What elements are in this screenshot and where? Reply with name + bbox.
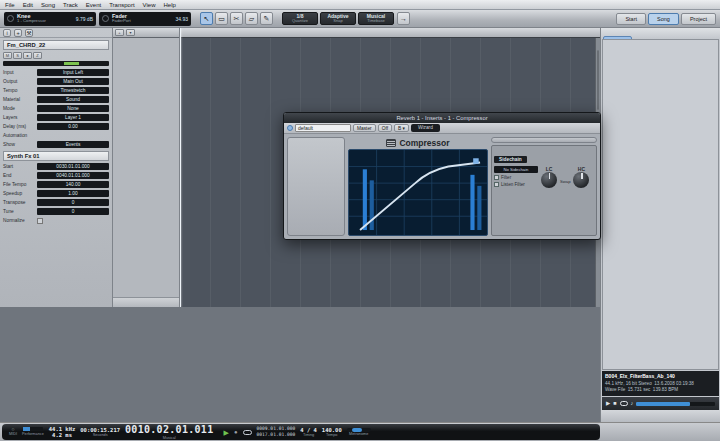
field-value[interactable]: Timestretch: [37, 87, 109, 94]
field-value[interactable]: 0.00: [37, 123, 109, 130]
plugin-title-bar[interactable]: Reverb 1 - Inserts - 1 - Compressor: [284, 113, 600, 123]
loop-start-display[interactable]: 0009.01.01.000: [257, 427, 296, 432]
normalize-checkbox[interactable]: [37, 218, 43, 224]
browser-panel: Sounds B004_Elx_FilterBass_Ab_140 44.1 k…: [600, 28, 720, 422]
field-value[interactable]: 0040.01.01.000: [37, 172, 109, 179]
track-inspector: i+⚒ Fm_CHRD_22 M S ● Z InputInput LeftOu…: [0, 28, 113, 307]
lc-knob[interactable]: [541, 172, 557, 188]
field-value[interactable]: 0030.01.01.000: [37, 163, 109, 170]
show-label: Show: [3, 142, 35, 147]
filter-checkbox[interactable]: [494, 175, 499, 180]
menu-help[interactable]: Help: [164, 2, 176, 8]
field-label: Speedup: [3, 191, 35, 196]
field-value[interactable]: 140.00: [37, 181, 109, 188]
loop-button[interactable]: [243, 430, 252, 435]
field-label: Delay (ms): [3, 124, 35, 129]
menu-view[interactable]: View: [143, 2, 156, 8]
show-value-select[interactable]: Events: [37, 141, 109, 148]
plugin-left-panel: [287, 137, 345, 236]
param-display-knee[interactable]: Knee1 - Compressor9.79 dB: [4, 12, 96, 26]
menu-file[interactable]: File: [5, 2, 15, 8]
preview-stop-icon[interactable]: ■: [613, 401, 616, 407]
inspector-icon-2[interactable]: ⚒: [25, 29, 33, 37]
field-label: Tempo: [3, 88, 35, 93]
timeline-ruler[interactable]: [180, 28, 600, 38]
field-value[interactable]: 0: [37, 199, 109, 206]
field-value[interactable]: Layer 1: [37, 114, 109, 121]
preview-play-icon[interactable]: ▶: [606, 401, 610, 407]
mute-button[interactable]: M: [3, 52, 12, 59]
workspace-project-button[interactable]: Project: [681, 13, 716, 25]
listen-filter-checkbox[interactable]: [494, 182, 499, 187]
inspector-icon-0[interactable]: i: [3, 29, 11, 37]
field-value[interactable]: 1.00: [37, 190, 109, 197]
field-mode: ModeNone: [0, 104, 112, 113]
inspector-icon-1[interactable]: +: [14, 29, 22, 37]
eraser-tool[interactable]: ▱: [245, 12, 258, 25]
field-label: End: [3, 173, 35, 178]
knob-icon: [102, 15, 109, 22]
split-tool[interactable]: ✂: [230, 12, 243, 25]
quantize-button[interactable]: 1/8Quantize: [282, 12, 318, 25]
inspector-level-meter: [3, 61, 109, 66]
time-musical-display[interactable]: 0010.02.01.011: [125, 424, 214, 436]
arrow-right-button[interactable]: →: [397, 12, 410, 25]
field-label: Output: [3, 79, 35, 84]
hc-knob[interactable]: [573, 172, 589, 188]
plugin-event-button[interactable]: Wizard: [411, 124, 440, 132]
monitor-button[interactable]: Z: [33, 52, 42, 59]
compressor-transfer-graph: [348, 149, 488, 236]
workspace-song-button[interactable]: Song: [648, 13, 679, 25]
field-end: End0040.01.01.000: [0, 171, 112, 180]
field-value[interactable]: Input Left: [37, 69, 109, 76]
menu-edit[interactable]: Edit: [23, 2, 33, 8]
preview-progress-bar[interactable]: [636, 402, 715, 406]
plugin-master-button[interactable]: Master: [353, 124, 376, 132]
track-rows: [113, 38, 179, 297]
performance-meter: [23, 427, 43, 431]
plugin-activate-icon[interactable]: [287, 125, 293, 131]
range-tool[interactable]: ▭: [215, 12, 228, 25]
workspace-start-button[interactable]: Start: [616, 13, 646, 25]
record-arm-button[interactable]: ●: [23, 52, 32, 59]
metronome-volume-slider[interactable]: [347, 428, 371, 432]
menu-event[interactable]: Event: [86, 2, 101, 8]
play-button[interactable]: ▶: [224, 429, 229, 436]
param-display-fader[interactable]: FaderFaderPort34.93: [99, 12, 191, 26]
track-list-header: + ▾: [113, 28, 179, 38]
paint-tool[interactable]: ✎: [260, 12, 273, 25]
record-button[interactable]: ●: [234, 429, 238, 435]
param-value: 9.79 dB: [76, 16, 93, 22]
field-layers: LayersLayer 1: [0, 113, 112, 122]
param-sub: FaderPort: [112, 19, 131, 24]
plugin-off-button[interactable]: Off: [378, 124, 392, 132]
menu-track[interactable]: Track: [63, 2, 78, 8]
menu-song[interactable]: Song: [41, 2, 55, 8]
latency-value: 4.2 ms: [52, 432, 72, 438]
sidechain-source-dropdown[interactable]: No Sidechain: [494, 166, 538, 173]
field-value[interactable]: Main Out: [37, 78, 109, 85]
plugin-ab-dropdown[interactable]: B ▾: [394, 124, 409, 132]
playhead[interactable]: [180, 28, 181, 307]
add-track-icon[interactable]: +: [115, 29, 124, 36]
preview-volume-icon[interactable]: ♪: [631, 401, 634, 407]
loop-end-display[interactable]: 0017.01.01.000: [257, 433, 296, 438]
main-toolbar: Knee1 - Compressor9.79 dBFaderFaderPort3…: [0, 10, 720, 28]
sidechain-header: Sidechain: [494, 156, 527, 163]
arrow-tool[interactable]: ↖: [200, 12, 213, 25]
snap-button[interactable]: AdaptiveSnap: [320, 12, 356, 25]
field-label: Input: [3, 70, 35, 75]
field-value[interactable]: 0: [37, 208, 109, 215]
solo-button[interactable]: S: [13, 52, 22, 59]
preset-dropdown[interactable]: default: [295, 124, 351, 132]
inspector-fields: InputInput LeftOutputMain OutTempoTimest…: [0, 68, 112, 131]
preview-loop-icon[interactable]: [620, 401, 628, 406]
field-value[interactable]: Sound: [37, 96, 109, 103]
field-value[interactable]: None: [37, 105, 109, 112]
file-info-name: B004_Elx_FilterBass_Ab_140: [605, 373, 716, 381]
menu-transport[interactable]: Transport: [109, 2, 134, 8]
timebase-button[interactable]: MusicalTimebase: [358, 12, 394, 25]
field-label: Material: [3, 97, 35, 102]
track-options-icon[interactable]: ▾: [126, 29, 135, 36]
automation-label: Automation: [3, 133, 35, 138]
